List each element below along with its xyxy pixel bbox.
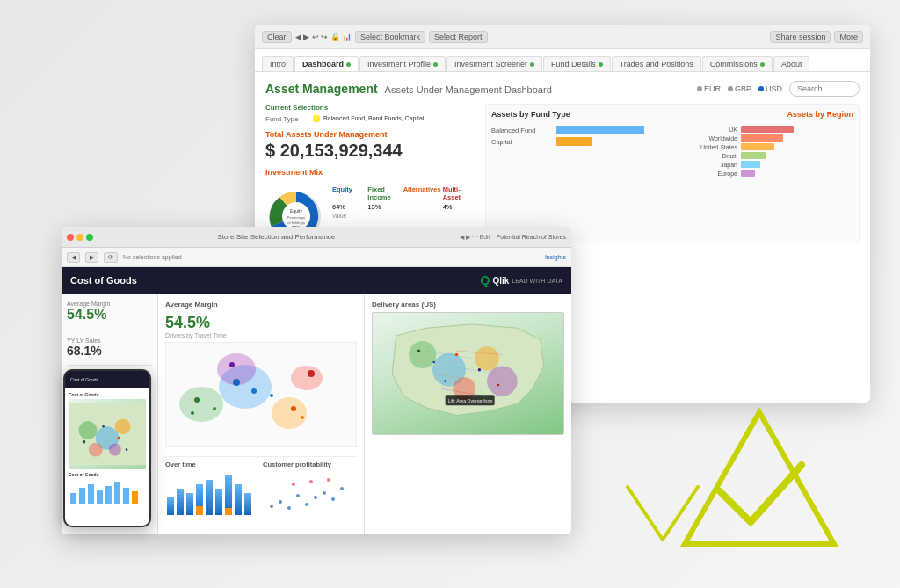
tab-about[interactable]: About [773,56,810,71]
nav-prev[interactable]: ◀ [67,252,80,263]
mobile-map-svg [69,399,146,469]
svg-point-38 [270,505,273,508]
svg-rect-78 [70,493,76,504]
svg-point-63 [478,368,481,371]
svg-point-64 [497,384,500,387]
svg-point-60 [417,349,420,352]
qlik-logo: Q Qlik LEAD WITH DATA [481,273,563,287]
svg-point-58 [487,366,518,396]
svg-point-26 [191,411,194,415]
tab-fund-details[interactable]: Fund Details [543,56,611,71]
dashboard-subtitle: Assets Under Management Dashboard [385,84,552,95]
middle-panel: Average Margin 54.5% Drivers by Travel T… [158,294,365,534]
svg-point-21 [270,394,273,397]
svg-point-41 [296,494,300,497]
svg-point-23 [301,416,304,419]
more-button[interactable]: More [834,31,863,43]
svg-point-48 [309,480,313,483]
svg-point-72 [109,444,121,456]
aum-label: Total Assets Under Management [265,130,476,139]
svg-point-18 [213,407,216,410]
svg-rect-29 [186,493,193,515]
svg-point-17 [194,397,200,403]
app-name: Asset Management [265,82,378,96]
svg-rect-81 [97,490,103,504]
svg-point-14 [272,397,307,429]
svg-rect-79 [79,488,85,504]
svg-point-57 [475,346,499,371]
svg-point-19 [233,379,240,386]
svg-rect-31 [206,480,213,515]
svg-rect-28 [177,489,184,515]
tab-dashboard[interactable]: Dashboard [294,56,359,71]
svg-point-22 [291,406,296,411]
mobile-title: Cost of Goods [70,377,98,382]
svg-point-47 [292,483,295,486]
mobile-content: Cost of Goods Cost of Goods [65,388,149,526]
svg-point-43 [314,496,317,499]
us-map-svg: Lift: Area Overperform [373,313,563,434]
svg-point-71 [115,418,131,434]
tab-investment-screener[interactable]: Investment Screener [446,56,542,71]
share-button[interactable]: Share session [770,31,831,43]
medium-dashboard-title: Cost of Goods [70,275,137,286]
svg-point-16 [291,366,323,390]
tab-intro[interactable]: Intro [262,56,294,71]
svg-rect-36 [196,506,203,515]
region-bars: UK Worldwide United States Brazil Japan … [676,126,853,177]
svg-point-65 [444,380,446,382]
svg-text:Equity: Equity [290,208,302,214]
mobile-chart-title: Cost of Goods [69,392,146,397]
svg-point-45 [331,497,335,501]
map-panel: Delivery areas (US) [365,294,571,534]
average-margin-value: 54.5% [67,307,152,323]
report-button[interactable]: Select Report [429,31,488,43]
tab-commissions[interactable]: Commissions [702,56,773,71]
nav-next[interactable]: ▶ [85,252,98,263]
svg-rect-84 [123,488,129,504]
medium-title: Store Site Selection and Performance [96,233,457,241]
toolbar: Clear ◀ ▶ ↩ ↪ 🔒 📊 Select Bookmark Select… [255,25,870,49]
tab-investment-profile[interactable]: Investment Profile [359,56,446,71]
svg-rect-37 [225,508,232,515]
svg-point-42 [305,503,308,506]
svg-text:Percentage: Percentage [287,215,306,220]
svg-rect-35 [244,493,251,515]
svg-point-74 [83,440,86,444]
scatter-chart [165,342,357,447]
svg-rect-80 [88,484,94,504]
yy-ly-sales-kpi: YY LY Sales 68.1% [67,338,152,358]
qlik-v-logo-small [619,483,707,553]
svg-rect-34 [235,484,242,515]
investment-mix-label: Investment Mix [265,168,476,177]
bookmark-button[interactable]: Select Bookmark [355,31,425,43]
nav-refresh[interactable]: ⟳ [104,252,118,263]
svg-point-20 [251,388,257,394]
mobile-top-bar: Cost of Goods [65,371,149,388]
over-time-chart [165,471,259,515]
average-margin-kpi: Average Margin 54.5% [67,301,152,323]
aum-value: $ 20,153,929,344 [265,141,476,161]
svg-rect-27 [167,497,174,515]
svg-rect-85 [132,491,138,504]
svg-rect-83 [114,482,120,504]
svg-point-77 [126,448,128,451]
medium-header: Cost of Goods Q Qlik LEAD WITH DATA [62,267,571,294]
search-input[interactable] [789,81,860,97]
clear-button[interactable]: Clear [262,31,292,43]
svg-point-25 [308,370,315,377]
mobile-bar-chart [69,477,148,504]
yy-ly-value: 68.1% [67,344,152,358]
medium-nav: ◀ ▶ ⟳ No selections applied Insights [62,248,571,267]
svg-point-24 [229,362,235,367]
svg-rect-82 [105,486,112,504]
svg-point-75 [102,425,105,428]
svg-point-73 [89,443,103,457]
tab-trades[interactable]: Trades and Positions [612,56,701,71]
svg-point-76 [117,437,120,440]
svg-point-12 [179,387,223,422]
svg-marker-86 [685,412,834,544]
selections-label: Current Selections [265,104,476,112]
svg-point-55 [409,341,436,368]
assets-fund-type-chart: Assets by Fund Type Assets by Region Bal… [485,104,860,243]
